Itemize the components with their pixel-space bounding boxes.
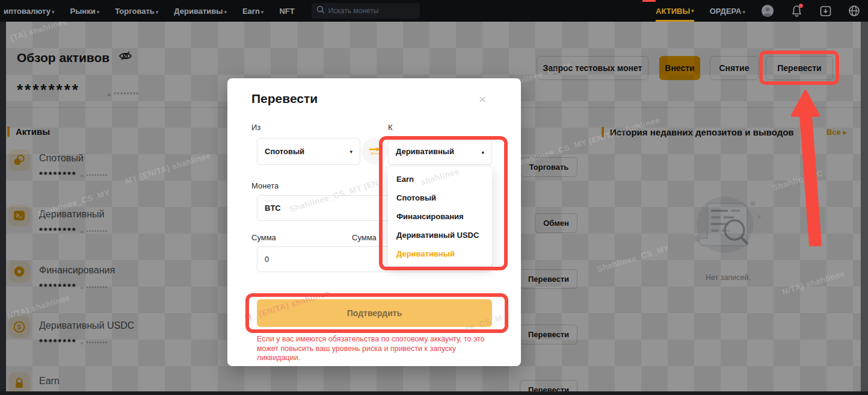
- swap-direction-button[interactable]: [362, 138, 388, 164]
- search-input[interactable]: [328, 7, 407, 15]
- notification-dot: [799, 4, 803, 8]
- active-tab-underline: [656, 20, 694, 22]
- avatar[interactable]: [761, 4, 774, 17]
- window-frame-right: [861, 22, 868, 395]
- chevron-down-icon: ▾: [691, 8, 694, 14]
- nav-item-nft[interactable]: NFT: [279, 7, 294, 16]
- to-account-dropdown: Earn Спотовый Финансирования Деривативны…: [388, 167, 492, 266]
- from-label: Из: [251, 123, 260, 132]
- dropdown-option-earn[interactable]: Earn: [388, 170, 492, 188]
- chevron-down-icon: ▾: [349, 149, 352, 155]
- globe-language-icon[interactable]: [848, 4, 861, 17]
- to-label: К: [388, 123, 393, 132]
- risk-warning-text: Если у вас имеются обязательства по спот…: [257, 335, 491, 363]
- notifications-bell-icon[interactable]: [790, 4, 803, 17]
- from-account-select[interactable]: Спотовый ▾: [257, 138, 360, 165]
- chevron-down-icon: ▾: [261, 9, 264, 15]
- search-box[interactable]: [312, 3, 420, 19]
- dropdown-option-derivatives[interactable]: Деривативный: [388, 244, 492, 263]
- download-icon[interactable]: [819, 4, 832, 17]
- chevron-down-icon: ▾: [156, 9, 159, 15]
- coin-label: Монета: [251, 181, 279, 190]
- chevron-down-icon: ▾: [742, 9, 745, 15]
- dropdown-option-spot[interactable]: Спотовый: [388, 188, 492, 207]
- dropdown-option-funding[interactable]: Финансирования: [388, 207, 492, 226]
- chevron-down-icon: ▾: [52, 9, 55, 15]
- nav-item-trade[interactable]: Торговать▾: [115, 7, 158, 16]
- swap-arrows-icon: [368, 146, 382, 157]
- amount-available-label: Сумма: [352, 233, 377, 242]
- chevron-down-icon: ▾: [224, 9, 227, 15]
- window-frame-left: [0, 22, 6, 395]
- close-icon[interactable]: ×: [479, 93, 486, 105]
- nav-item-buy-crypto[interactable]: иптовалюту▾: [4, 7, 55, 16]
- confirm-button[interactable]: Подтвердить: [257, 299, 492, 327]
- chevron-up-icon: ▴: [481, 149, 484, 155]
- amount-label: Сумма: [251, 233, 276, 242]
- nav-item-assets[interactable]: АКТИВЫ▾: [656, 0, 694, 22]
- screenshot-stage: иптовалюту▾ Рынки▾ Торговать▾ Деривативы…: [0, 0, 868, 395]
- nav-left-menu: иптовалюту▾ Рынки▾ Торговать▾ Деривативы…: [0, 7, 295, 16]
- coin-value: BTC: [265, 204, 281, 213]
- nav-right-menu: АКТИВЫ▾ ОРДЕРА▾: [656, 0, 868, 22]
- chevron-down-icon: ▾: [97, 9, 100, 15]
- top-navbar: иптовалюту▾ Рынки▾ Торговать▾ Деривативы…: [0, 0, 868, 22]
- to-account-select[interactable]: Деривативный ▴: [388, 138, 492, 165]
- transfer-modal: Перевести × Из К Спотовый ▾ Деривативный…: [227, 78, 521, 366]
- dropdown-option-derivatives-usdc[interactable]: Деривативный USDC: [388, 226, 492, 244]
- nav-item-orders[interactable]: ОРДЕРА▾: [710, 7, 745, 16]
- nav-item-earn[interactable]: Earn▾: [242, 7, 263, 16]
- recording-indicator: [642, 0, 656, 2]
- search-icon: [316, 5, 325, 16]
- from-account-value: Спотовый: [265, 147, 304, 156]
- to-account-value: Деривативный: [396, 147, 454, 156]
- nav-item-derivatives[interactable]: Деривативы▾: [174, 7, 227, 16]
- modal-title: Перевести: [251, 92, 318, 106]
- window-frame-bottom: [0, 391, 868, 395]
- amount-value: 0: [265, 255, 269, 264]
- nav-item-markets[interactable]: Рынки▾: [70, 7, 100, 16]
